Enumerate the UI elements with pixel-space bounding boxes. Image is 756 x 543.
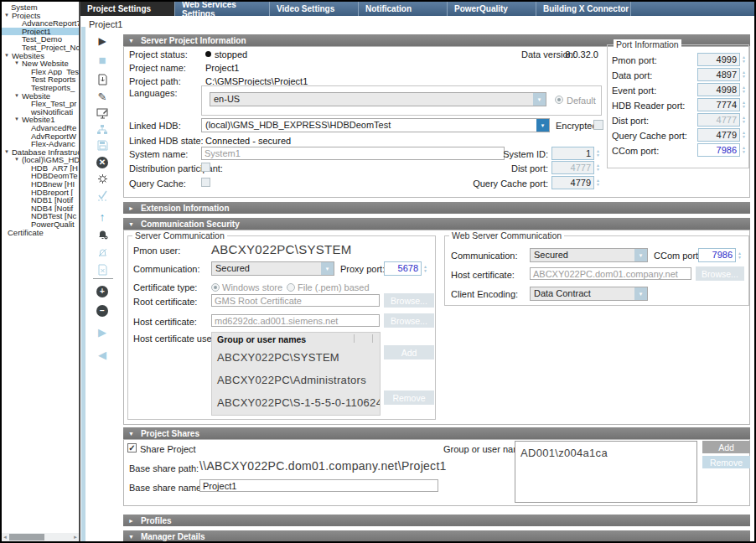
query-cache-port-value[interactable]: 4779 — [551, 176, 594, 189]
add-icon[interactable]: + — [86, 286, 118, 297]
root-certificate-input[interactable]: GMS Root Certificate — [211, 294, 380, 307]
tree-expander-icon[interactable]: ▼ — [4, 148, 12, 157]
spinner-arrows-icon[interactable]: ▲▼ — [740, 68, 746, 81]
query-cache-checkbox[interactable] — [201, 178, 210, 187]
tree-item-test-demo[interactable]: Test_Demo — [2, 35, 79, 44]
web-host-certificate-input[interactable]: ABCXY022PC.dom01.company.net — [530, 267, 691, 280]
verify-connection-icon[interactable] — [86, 190, 118, 203]
project-settings-icon[interactable] — [86, 173, 118, 186]
certificate-user-row[interactable]: ABCXY022PC\S-1-5-5-0-1106249 — [212, 391, 380, 414]
save-icon[interactable] — [86, 140, 118, 153]
languages-dropdown[interactable]: en-US ▼ — [210, 92, 546, 106]
scrollbar-thumb[interactable] — [9, 534, 44, 540]
tree-item-ndb4-notif[interactable]: NDB4 [Notif — [2, 204, 79, 213]
host-certificate-users-list[interactable]: Group or user names ABCXY022PC\SYSTEMABC… — [211, 332, 381, 416]
dropdown-arrow-icon[interactable]: ▼ — [634, 287, 647, 300]
spinner-arrows-icon[interactable]: ▲▼ — [740, 113, 746, 127]
tree-item-hdbdeomte[interactable]: HDBDeomTe — [2, 172, 79, 180]
tree-expander-icon[interactable]: ▼ — [4, 12, 12, 20]
spinner-arrows-icon[interactable]: ▲▼ — [740, 128, 746, 142]
file-pem-radio[interactable] — [287, 283, 295, 292]
client-encoding-dropdown[interactable]: Data Contract ▼ — [530, 287, 648, 301]
stop-project-icon[interactable]: ■ — [86, 54, 118, 66]
tree-item-hdbreport[interactable]: HDBreport [ — [2, 189, 79, 197]
web-communication-dropdown[interactable]: Secured ▼ — [530, 248, 648, 262]
proxy-port-value[interactable]: 5678 — [384, 261, 422, 276]
network-icon[interactable] — [86, 124, 118, 137]
add-share-user-button[interactable]: Add — [702, 441, 750, 453]
expand-arrow-icon[interactable]: ► — [128, 518, 134, 524]
tree-expander-icon[interactable]: ▼ — [14, 59, 22, 68]
notification-settings-icon[interactable] — [86, 229, 118, 241]
ccom-port-stepper[interactable]: 7986 ▲▼ — [698, 248, 742, 262]
dist-port-stepper[interactable]: 4777 ▲▼ — [551, 161, 600, 174]
tree-item-advancedre[interactable]: AdvancedRe — [2, 124, 79, 132]
spinner-arrows-icon[interactable]: ▲▼ — [740, 143, 746, 157]
tree-horizontal-scrollbar[interactable]: ◄ ► — [2, 533, 79, 541]
export-project-icon[interactable] — [86, 74, 118, 87]
tree-item-powerqualit[interactable]: PowerQualit — [2, 220, 79, 229]
communication-dropdown[interactable]: Secured ▼ — [211, 261, 334, 276]
host-certificate-input[interactable]: md6292dc.ad001.siemens.net — [211, 314, 380, 327]
section-header-communication-security[interactable]: ▼ Communication Security — [123, 218, 750, 230]
scroll-left-icon[interactable]: ◄ — [2, 535, 8, 540]
forward-icon[interactable]: ▶ — [86, 327, 118, 339]
remove-certificate-user-button[interactable]: Remove — [384, 390, 434, 405]
tree-item-database-infrastruct[interactable]: ▼Database Infrastruct — [2, 148, 79, 157]
tree-item-websites[interactable]: ▼Websites — [2, 52, 79, 60]
spinner-arrows-icon[interactable]: ▲▼ — [594, 161, 600, 174]
tree-item-certificate[interactable]: Certificate — [2, 229, 79, 237]
query-cache-port-stepper[interactable]: 4779▲▼ — [697, 128, 746, 142]
web-host-certificate-browse-button[interactable]: Browse... — [696, 266, 744, 281]
windows-store-radio[interactable] — [211, 283, 220, 292]
certificate-user-row[interactable]: ABCXY022PC\Administrators — [212, 369, 380, 391]
spinner-arrows-icon[interactable]: ▲▼ — [594, 147, 600, 160]
data-port-value[interactable]: 4897 — [697, 68, 740, 81]
remove-share-user-button[interactable]: Remove — [702, 456, 750, 468]
tree-item-wsinotificati[interactable]: wsiNotificati — [2, 108, 79, 116]
pmon-port-stepper[interactable]: 4999▲▼ — [697, 53, 746, 66]
collapse-arrow-icon[interactable]: ▼ — [128, 221, 134, 227]
spinner-arrows-icon[interactable]: ▲▼ — [740, 83, 746, 96]
tree-item-test-reports[interactable]: Test Reports — [2, 75, 79, 84]
host-certificate-browse-button[interactable]: Browse... — [384, 313, 434, 328]
linked-hdb-dropdown[interactable]: (local)\GMS_HDB_EXPRESS\HDBDeomTest ▼ — [201, 118, 550, 132]
proxy-port-stepper[interactable]: 5678 ▲▼ — [384, 261, 427, 276]
back-icon[interactable]: ◀ — [86, 349, 118, 361]
dropdown-arrow-icon[interactable]: ▼ — [533, 93, 546, 106]
pmon-port-value[interactable]: 4999 — [697, 53, 740, 66]
query-cache-port-value[interactable]: 4779 — [697, 128, 740, 142]
tree-item-website[interactable]: ▼Website — [2, 92, 79, 101]
tree-item-flex-app-tes[interactable]: Flex App_Tes — [2, 68, 79, 76]
spinner-arrows-icon[interactable]: ▲▼ — [422, 261, 427, 276]
start-project-icon[interactable]: ▶ — [86, 35, 118, 47]
remove-icon[interactable]: − — [86, 305, 118, 317]
monitor-edit-icon[interactable] — [86, 108, 118, 121]
collapse-arrow-icon[interactable]: ▼ — [128, 534, 134, 540]
tree-item-hdb-ar7-h[interactable]: HDB_AR7 [H — [2, 164, 79, 173]
tab-notification[interactable]: Notification — [359, 2, 448, 16]
tree-item-flex-test-pr[interactable]: Flex_Test_pr — [2, 100, 79, 108]
section-header-project-shares[interactable]: ▼ Project Shares — [123, 427, 750, 439]
event-port-value[interactable]: 4998 — [697, 83, 740, 96]
tree-item-ndb1-notif[interactable]: NDB1 [Notif — [2, 196, 79, 204]
expand-arrow-icon[interactable]: ► — [128, 205, 134, 211]
tree-item-system[interactable]: System — [2, 3, 79, 12]
ccom-port-value[interactable]: 7986 — [698, 248, 736, 262]
tree-item-flex-advanc[interactable]: Flex-Advanc — [2, 140, 79, 148]
spinner-arrows-icon[interactable]: ▲▼ — [740, 98, 746, 111]
share-users-list[interactable]: AD001\z004a1ca — [515, 441, 697, 503]
edit-pen-icon[interactable]: ✎ — [86, 91, 118, 103]
system-id-value[interactable]: 1 — [551, 147, 594, 160]
notification-disabled-icon[interactable] — [86, 247, 118, 260]
default-language-radio[interactable] — [555, 96, 563, 104]
section-header-extension-information[interactable]: ► Extension Information — [123, 202, 750, 214]
tab-video-settings[interactable]: Video Settings — [270, 2, 359, 16]
data-port-stepper[interactable]: 4897▲▼ — [697, 68, 746, 81]
ccom-port-stepper[interactable]: 7986▲▼ — [697, 143, 746, 157]
tree-item-testreports[interactable]: Testreports_ — [2, 84, 79, 92]
share-user-row[interactable]: AD001\z004a1ca — [515, 442, 696, 464]
distribution-participant-checkbox[interactable] — [201, 163, 210, 172]
section-header-manager-details[interactable]: ▼ Manager Details — [123, 530, 750, 542]
section-header-profiles[interactable]: ► Profiles — [123, 515, 750, 526]
